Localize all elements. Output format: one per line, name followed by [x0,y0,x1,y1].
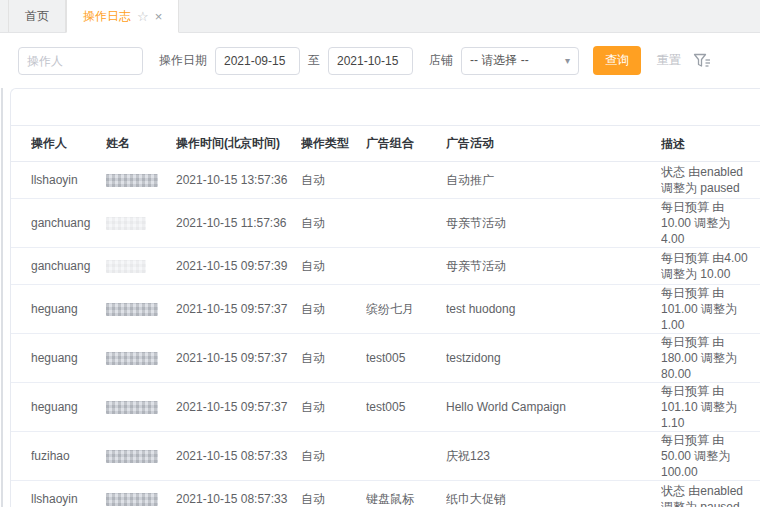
cell-type: 自动 [301,350,366,367]
cell-desc: 每日预算 由101.10 调整为 1.10 [661,383,760,431]
cell-name [106,449,176,463]
cell-portfolio: 缤纷七月 [366,301,446,318]
page-left-edge [1,88,3,507]
table-row[interactable]: llshaoyin2021-10-15 08:57:33自动键盘鼠标纸巾大促销状… [11,481,760,507]
cell-name [106,173,176,187]
redacted-name [106,174,158,187]
header-type: 操作类型 [301,135,366,152]
operator-input[interactable] [18,47,143,75]
cell-time: 2021-10-15 09:57:37 [176,351,301,365]
cell-time: 2021-10-15 08:57:33 [176,492,301,506]
cell-type: 自动 [301,399,366,416]
redacted-name [106,493,158,506]
log-table-panel: 操作人 姓名 操作时间(北京时间) 操作类型 广告组合 广告活动 描述 llsh… [10,88,760,507]
cell-desc: 每日预算 由180.00 调整为 80.00 [661,334,760,382]
table-row[interactable]: fuzihao2021-10-15 08:57:33自动庆祝123每日预算 由5… [11,432,760,481]
cell-operator: heguang [31,351,106,365]
table-row[interactable]: ganchuang2021-10-15 09:57:39自动母亲节活动每日预算 … [11,248,760,285]
cell-campaign: 自动推广 [446,172,661,189]
redacted-name [106,352,158,365]
close-tab-icon[interactable]: × [155,10,163,23]
tab-bar: 首页 操作日志 ☆ × [0,0,760,33]
table-row[interactable]: llshaoyin2021-10-15 13:57:36自动自动推广状态 由en… [11,162,760,199]
cell-operator: llshaoyin [31,492,106,506]
filter-funnel-icon[interactable] [693,52,712,70]
cell-time: 2021-10-15 13:57:36 [176,173,301,187]
cell-campaign: 母亲节活动 [446,215,661,232]
cell-name [106,216,176,230]
cell-time: 2021-10-15 08:57:33 [176,449,301,463]
date-from-input[interactable] [215,47,300,75]
redacted-name [106,303,158,316]
cell-portfolio: 键盘鼠标 [366,491,446,507]
table-row[interactable]: ganchuang2021-10-15 11:57:36自动母亲节活动每日预算 … [11,199,760,248]
redacted-name [106,450,158,463]
cell-campaign: 纸巾大促销 [446,491,661,507]
shop-select[interactable]: -- 请选择 -- ▾ [461,47,579,75]
cell-name [106,400,176,414]
cell-operator: ganchuang [31,216,106,230]
cell-portfolio: test005 [366,400,446,414]
header-portfolio: 广告组合 [366,135,446,152]
cell-campaign: 母亲节活动 [446,258,661,275]
tab-home-label: 首页 [25,8,49,25]
cell-time: 2021-10-15 09:57:39 [176,259,301,273]
table-body: llshaoyin2021-10-15 13:57:36自动自动推广状态 由en… [11,162,760,507]
header-desc: 描述 [661,136,760,152]
cell-name [106,492,176,506]
header-name: 姓名 [106,135,176,152]
tab-operation-log[interactable]: 操作日志 ☆ × [66,0,179,33]
reset-button[interactable]: 重置 [657,52,681,69]
chevron-down-icon: ▾ [565,55,570,66]
shop-label: 店铺 [429,52,453,69]
cell-type: 自动 [301,301,366,318]
cell-operator: ganchuang [31,259,106,273]
cell-type: 自动 [301,172,366,189]
cell-time: 2021-10-15 09:57:37 [176,400,301,414]
cell-desc: 状态 由enabled 调整为 paused [661,164,760,196]
favorite-star-icon[interactable]: ☆ [137,10,149,23]
shop-select-value: -- 请选择 -- [470,52,529,69]
filter-bar: 操作日期 至 店铺 -- 请选择 -- ▾ 查询 重置 [0,33,760,88]
cell-time: 2021-10-15 09:57:37 [176,302,301,316]
cell-operator: heguang [31,400,106,414]
cell-name [106,351,176,365]
date-to-separator: 至 [308,52,320,69]
date-to-input[interactable] [328,47,413,75]
cell-campaign: 庆祝123 [446,448,661,465]
table-row[interactable]: heguang2021-10-15 09:57:37自动缤纷七月test huo… [11,285,760,334]
cell-type: 自动 [301,258,366,275]
panel-toolbar-space [11,89,760,125]
header-operator: 操作人 [31,135,106,152]
cell-desc: 状态 由enabled 调整为 paused [661,483,760,507]
cell-desc: 每日预算 由101.00 调整为 1.00 [661,285,760,333]
cell-operator: llshaoyin [31,173,106,187]
search-button[interactable]: 查询 [593,46,641,75]
table-header-row: 操作人 姓名 操作时间(北京时间) 操作类型 广告组合 广告活动 描述 [11,125,760,162]
cell-type: 自动 [301,215,366,232]
cell-portfolio: test005 [366,351,446,365]
cell-time: 2021-10-15 11:57:36 [176,216,301,230]
redacted-name [106,401,158,414]
cell-campaign: Hello World Campaign [446,400,661,414]
table-row[interactable]: heguang2021-10-15 09:57:37自动test005testz… [11,334,760,383]
redacted-name [106,260,146,273]
header-campaign: 广告活动 [446,135,661,152]
cell-type: 自动 [301,448,366,465]
cell-desc: 每日预算 由50.00 调整为 100.00 [661,432,760,480]
tab-home[interactable]: 首页 [8,0,66,32]
cell-type: 自动 [301,491,366,507]
cell-name [106,259,176,273]
date-range-label: 操作日期 [159,52,207,69]
cell-campaign: test huodong [446,302,661,316]
operation-log-page: 首页 操作日志 ☆ × 操作日期 至 店铺 -- 请选择 -- ▾ 查询 重置 [0,0,760,507]
cell-campaign: testzidong [446,351,661,365]
cell-operator: fuzihao [31,449,106,463]
cell-desc: 每日预算 由10.00 调整为 4.00 [661,199,760,247]
cell-operator: heguang [31,302,106,316]
table-row[interactable]: heguang2021-10-15 09:57:37自动test005Hello… [11,383,760,432]
cell-desc: 每日预算 由4.00 调整为 10.00 [661,250,760,282]
cell-name [106,302,176,316]
redacted-name [106,217,146,230]
header-time: 操作时间(北京时间) [176,135,301,152]
